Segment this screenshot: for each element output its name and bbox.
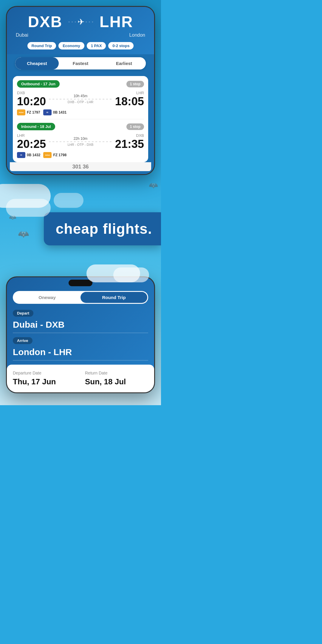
inbound-header: Inbound - 18 Jul 1 stop xyxy=(17,123,144,130)
outbound-airline1: dubai FZ 1797 xyxy=(17,109,40,115)
phone2-wrapper: Oneway Round Trip Depart Dubai - DXB Arr… xyxy=(0,264,161,405)
outbound-flight-row: DXB 10:20 10h 45m DXB - OTP - LHR LHR 18… xyxy=(17,91,144,107)
inbound-to: DXB xyxy=(115,133,144,138)
date-section: Departure Date Thu, 17 Jun Return Date S… xyxy=(7,365,154,392)
bat-icon-1: 🦇 xyxy=(18,229,29,239)
blue-airline-icon: 0B xyxy=(43,109,52,115)
inbound-airline1: 0B 0B 1432 xyxy=(17,152,40,158)
depart-value[interactable]: Dubai - DXB xyxy=(13,320,148,333)
outbound-to: LHR xyxy=(115,91,144,95)
date-row: Departure Date Thu, 17 Jun Return Date S… xyxy=(13,371,148,386)
flight-line xyxy=(49,99,112,99)
outbound-airlines: dubai FZ 1797 0B 0B 1431 xyxy=(17,109,144,115)
inbound-airlines: 0B 0B 1432 dubai FZ 1798 xyxy=(17,152,144,158)
inbound-depart-time: 20:25 xyxy=(17,138,46,150)
inbound-airline2: dubai FZ 1798 xyxy=(43,152,66,158)
outbound-airline2-code: 0B 1431 xyxy=(53,110,66,114)
inbound-stop-badge: 1 stop xyxy=(126,123,144,130)
inbound-duration-col: 22h 10m LHR - OTP - DXB xyxy=(46,137,115,146)
cloud-mid xyxy=(54,193,83,208)
outbound-header: Outbound - 17 Jun 1 stop xyxy=(17,80,144,88)
inbound-depart: LHR 20:25 xyxy=(17,133,46,150)
outbound-from: DXB xyxy=(17,91,46,95)
outbound-stop-badge: 1 stop xyxy=(126,81,144,87)
trip-toggle[interactable]: Oneway Round Trip xyxy=(13,291,148,304)
return-date-label: Return Date xyxy=(85,371,148,375)
cheap-flights-banner: cheap flights. xyxy=(44,212,161,245)
tab-fastest[interactable]: Fastest xyxy=(59,57,102,69)
phone1-header: DXB - - - ✈ - - - LHR Dubai London Round xyxy=(7,7,154,54)
cloud-above-phone2b xyxy=(113,267,149,282)
middle-section: 🦇 🦇 🦇 cheap flights. xyxy=(0,175,161,270)
from-code: DXB xyxy=(28,13,62,31)
trip-type-pill[interactable]: Round Trip xyxy=(27,42,56,49)
inbound-flight-row: LHR 20:25 22h 10m LHR - OTP - DXB DXB 21… xyxy=(17,133,144,150)
outbound-duration: 10h 45m xyxy=(49,94,112,98)
filters-row: Round Trip Economy 1 PAX 0-2 stops xyxy=(13,42,148,54)
outbound-arrive: LHR 18:05 xyxy=(115,91,144,107)
outbound-label: Outbound - 17 Jun xyxy=(17,80,60,88)
phone1-screen: DXB - - - ✈ - - - LHR Dubai London Round xyxy=(7,7,154,174)
outbound-airline1-code: FZ 1797 xyxy=(27,110,40,114)
pax-pill[interactable]: 1 PAX xyxy=(87,42,106,49)
inbound-arrive-time: 21:35 xyxy=(115,138,144,150)
outbound-depart: DXB 10:20 xyxy=(17,91,46,107)
depart-label: Depart xyxy=(13,310,33,317)
plane-icon: - - - ✈ - - - xyxy=(68,17,94,27)
outbound-route-via: DXB - OTP - LHR xyxy=(49,100,112,104)
inbound-dubai-icon: dubai xyxy=(43,152,52,158)
tab-earliest[interactable]: Earliest xyxy=(102,57,146,69)
dubai-airline-icon: dubai xyxy=(17,109,25,115)
inbound-label: Inbound - 18 Jul xyxy=(17,123,55,130)
arrive-label: Arrive xyxy=(13,337,32,344)
segment-divider xyxy=(17,119,144,119)
inbound-airline2-code: FZ 1798 xyxy=(53,153,66,157)
route-row: DXB - - - ✈ - - - LHR xyxy=(13,13,148,31)
bat-icon-3: 🦇 xyxy=(149,181,158,190)
inbound-flight-line xyxy=(49,142,112,142)
to-code: LHR xyxy=(100,13,133,31)
inbound-arrive: DXB 21:35 xyxy=(115,133,144,150)
arrive-section: Arrive London - LHR xyxy=(7,337,154,360)
inbound-duration: 22h 10m xyxy=(49,137,112,141)
inbound-from: LHR xyxy=(17,133,46,138)
depart-section: Depart Dubai - DXB xyxy=(7,310,154,333)
departure-date-label: Departure Date xyxy=(13,371,76,375)
from-city: Dubai xyxy=(16,32,28,38)
phone1-wrapper: DXB - - - ✈ - - - LHR Dubai London Round xyxy=(0,0,161,175)
city-row: Dubai London xyxy=(13,32,148,38)
outbound-airline2: 0B 0B 1431 xyxy=(43,109,66,115)
inbound-airline1-code: 0B 1432 xyxy=(27,153,40,157)
phone2-screen: Oneway Round Trip Depart Dubai - DXB Arr… xyxy=(7,277,154,392)
phone2: Oneway Round Trip Depart Dubai - DXB Arr… xyxy=(6,276,155,393)
to-city: London xyxy=(129,32,145,38)
cabin-pill[interactable]: Economy xyxy=(58,42,84,49)
return-date-col[interactable]: Return Date Sun, 18 Jul xyxy=(85,371,148,386)
inbound-blue-icon: 0B xyxy=(17,152,25,158)
return-date-value: Sun, 18 Jul xyxy=(85,377,148,386)
toggle-oneway[interactable]: Oneway xyxy=(14,292,80,303)
stops-pill[interactable]: 0-2 stops xyxy=(108,42,134,49)
outbound-arrive-time: 18:05 xyxy=(115,96,144,107)
sort-tabs: Cheapest Fastest Earliest xyxy=(15,57,146,69)
arrive-value[interactable]: London - LHR xyxy=(13,347,148,360)
partial-price: 301 36 xyxy=(72,164,89,170)
bat-icon-2: 🦇 xyxy=(9,214,16,221)
results-area: Outbound - 17 Jun 1 stop DXB 10:20 10h 4… xyxy=(13,76,148,162)
cheap-flights-text: cheap flights. xyxy=(56,221,152,237)
inbound-route-via: LHR - OTP - DXB xyxy=(49,143,112,146)
outbound-depart-time: 10:20 xyxy=(17,96,46,107)
outbound-duration-col: 10h 45m DXB - OTP - LHR xyxy=(46,94,115,104)
phone1: DXB - - - ✈ - - - LHR Dubai London Round xyxy=(6,6,155,175)
departure-date-value: Thu, 17 Jun xyxy=(13,377,76,386)
tab-cheapest[interactable]: Cheapest xyxy=(15,57,59,69)
departure-date-col[interactable]: Departure Date Thu, 17 Jun xyxy=(13,371,76,386)
toggle-round-trip[interactable]: Round Trip xyxy=(80,292,147,303)
